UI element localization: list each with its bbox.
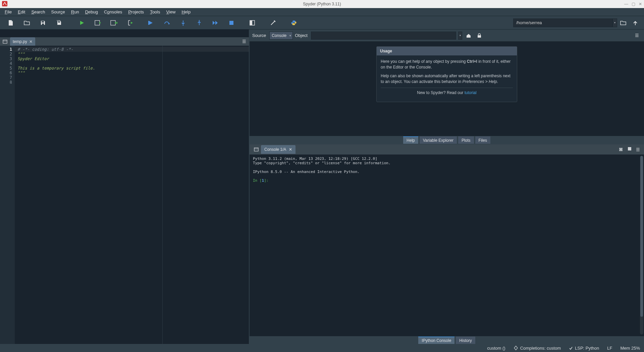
help-usage-footer: New to Spyder? Read our tutorial xyxy=(381,90,513,96)
help-source-label: Source xyxy=(252,33,266,38)
svg-rect-12 xyxy=(3,40,7,43)
status-eol[interactable]: LF xyxy=(607,346,612,351)
console-scrollbar[interactable] xyxy=(640,156,643,335)
editor-options-icon[interactable]: ☰ xyxy=(239,39,249,44)
open-file-button[interactable] xyxy=(19,16,35,30)
tab-files[interactable]: Files xyxy=(475,136,490,144)
code-editor[interactable]: 1 2 3 4 5 6 7 8 # -*- coding: utf-8 -*- … xyxy=(0,46,249,344)
help-object-dropdown[interactable]: ▾ xyxy=(458,32,462,40)
help-lock-icon[interactable] xyxy=(475,32,484,40)
maximize-pane-button[interactable] xyxy=(244,16,260,30)
svg-rect-15 xyxy=(619,148,623,151)
svg-rect-3 xyxy=(58,21,60,23)
menu-help[interactable]: Help xyxy=(179,9,193,15)
editor-gutter: 1 2 3 4 5 6 7 8 xyxy=(0,46,15,344)
help-source-combo[interactable]: Console xyxy=(269,32,293,40)
right-pane: Source Console Object ▾ ☰ Usage Here you… xyxy=(250,30,644,344)
main-area: temp.py ✕ ☰ 1 2 3 4 5 6 7 8 # -*- coding… xyxy=(0,30,644,344)
preferences-button[interactable] xyxy=(265,16,281,30)
help-object-input[interactable] xyxy=(311,32,457,40)
console-tab[interactable]: Console 1/A ✕ xyxy=(261,145,296,154)
tab-help[interactable]: Help xyxy=(403,136,418,144)
window-title: Spyder (Python 3.11) xyxy=(303,2,341,6)
tab-history[interactable]: History xyxy=(456,337,475,344)
editor-tab-close-icon[interactable]: ✕ xyxy=(29,39,33,44)
svg-rect-14 xyxy=(254,148,258,151)
console-pane: Console 1/A ✕ ☰ Python 3.11.2 (main, Mar… xyxy=(250,144,644,344)
menubar: File Edit Search Source Run Debug Consol… xyxy=(0,8,644,16)
editor-tab-label: temp.py xyxy=(13,39,27,44)
menu-consoles[interactable]: Consoles xyxy=(101,9,125,15)
run-cell-button[interactable] xyxy=(90,16,106,30)
menu-search[interactable]: Search xyxy=(29,9,48,15)
tab-plots[interactable]: Plots xyxy=(458,136,474,144)
editor-pane: temp.py ✕ ☰ 1 2 3 4 5 6 7 8 # -*- coding… xyxy=(0,30,250,344)
svg-rect-0 xyxy=(2,1,7,6)
browse-dir-button[interactable] xyxy=(617,16,629,30)
console-options-icon[interactable]: ☰ xyxy=(636,147,640,152)
run-cell-advance-button[interactable] xyxy=(106,16,122,30)
help-object-label: Object xyxy=(295,33,308,38)
parent-dir-button[interactable] xyxy=(629,16,641,30)
console-tab-close-icon[interactable]: ✕ xyxy=(289,147,292,152)
menu-debug[interactable]: Debug xyxy=(83,9,101,15)
tab-ipython-console[interactable]: IPython Console xyxy=(418,337,454,344)
debug-continue-button[interactable] xyxy=(207,16,223,30)
help-options-icon[interactable]: ☰ xyxy=(633,32,641,40)
working-dir-input[interactable] xyxy=(513,18,612,27)
run-file-button[interactable] xyxy=(74,16,90,30)
python-path-button[interactable] xyxy=(286,16,302,30)
svg-rect-4 xyxy=(95,20,100,25)
svg-rect-11 xyxy=(250,20,252,25)
menu-run[interactable]: Run xyxy=(68,9,82,15)
help-toolbar: Source Console Object ▾ ☰ xyxy=(250,30,644,42)
menu-file[interactable]: File xyxy=(2,9,14,15)
save-all-button[interactable] xyxy=(51,16,67,30)
status-kite[interactable]: Completions: custom xyxy=(514,346,561,351)
debug-step-out-button[interactable] xyxy=(191,16,207,30)
status-interpreter[interactable]: custom () xyxy=(487,346,505,351)
menu-edit[interactable]: Edit xyxy=(15,9,28,15)
help-usage-p1: Here you can get help of any object by p… xyxy=(381,59,513,71)
tab-variable-explorer[interactable]: Variable Explorer xyxy=(420,136,457,144)
console-remove-icon[interactable] xyxy=(619,147,623,152)
console-tabbar: Console 1/A ✕ ☰ xyxy=(250,144,644,155)
debug-step-into-button[interactable] xyxy=(175,16,191,30)
help-content: Usage Here you can get help of any objec… xyxy=(250,42,644,136)
menu-view[interactable]: View xyxy=(163,9,178,15)
svg-rect-2 xyxy=(42,24,44,25)
help-usage-title: Usage xyxy=(377,47,517,55)
svg-point-7 xyxy=(183,25,184,26)
save-button[interactable] xyxy=(35,16,51,30)
help-pane: Source Console Object ▾ ☰ Usage Here you… xyxy=(250,30,644,144)
working-dir-dropdown[interactable]: ▾ xyxy=(612,18,617,27)
console-output[interactable]: Python 3.11.2 (main, Mar 13 2023, 12:18:… xyxy=(250,155,644,336)
svg-rect-1 xyxy=(42,21,44,23)
svg-rect-5 xyxy=(111,20,115,25)
editor-tab-temp[interactable]: temp.py ✕ xyxy=(10,37,35,46)
statusbar: custom () Completions: custom LSP: Pytho… xyxy=(0,344,644,352)
debug-step-over-button[interactable] xyxy=(159,16,175,30)
editor-code-area[interactable]: # -*- coding: utf-8 -*- """ Spyder Edito… xyxy=(15,46,249,344)
window-maximize-button[interactable]: ▢ xyxy=(632,2,635,6)
new-file-button[interactable] xyxy=(3,16,19,30)
window-minimize-button[interactable]: — xyxy=(624,2,628,6)
svg-rect-16 xyxy=(628,147,631,150)
console-switcher-icon[interactable] xyxy=(252,147,261,151)
console-tab-label: Console 1/A xyxy=(264,147,286,152)
svg-rect-13 xyxy=(478,35,481,38)
status-memory: Mem 25% xyxy=(620,346,640,351)
status-lsp[interactable]: LSP: Python xyxy=(569,346,599,351)
debug-button[interactable] xyxy=(143,16,159,30)
console-pane-tabs: IPython Console History xyxy=(250,336,644,344)
editor-file-switcher-icon[interactable] xyxy=(0,40,10,44)
window-close-button[interactable]: ✕ xyxy=(639,2,642,6)
debug-stop-button[interactable] xyxy=(223,16,239,30)
help-tutorial-link[interactable]: tutorial xyxy=(465,90,477,95)
menu-tools[interactable]: Tools xyxy=(147,9,163,15)
menu-projects[interactable]: Projects xyxy=(125,9,147,15)
menu-source[interactable]: Source xyxy=(49,9,68,15)
help-home-icon[interactable] xyxy=(464,32,473,40)
run-selection-button[interactable] xyxy=(122,16,138,30)
console-interrupt-icon[interactable] xyxy=(628,147,631,152)
